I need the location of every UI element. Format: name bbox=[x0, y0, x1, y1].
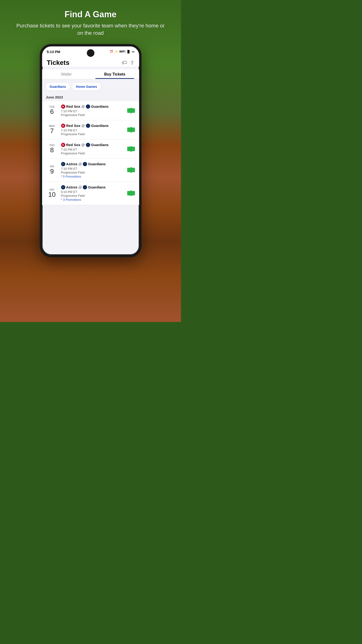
game-row[interactable]: THU 8 B Red Sox @ C Guardians 7:10 PM ET… bbox=[42, 140, 139, 159]
hero-section: Find A Game Purchase tickets to see your… bbox=[0, 0, 181, 44]
away-team-logo: B bbox=[61, 124, 65, 128]
hero-subtitle: Purchase tickets to see your favorite te… bbox=[14, 22, 167, 37]
home-team-logo: C bbox=[86, 104, 90, 109]
home-team-name: Guardians bbox=[91, 143, 109, 147]
tab-buy-tickets[interactable]: Buy Tickets bbox=[91, 69, 139, 79]
game-info: B Red Sox @ C Guardians 7:10 PM ET Progr… bbox=[61, 124, 127, 136]
at-sign: @ bbox=[78, 185, 82, 189]
away-team-name: Astros bbox=[66, 185, 78, 189]
hero-title: Find A Game bbox=[14, 10, 167, 20]
game-day-label: SAT bbox=[46, 188, 58, 191]
away-team-logo: B bbox=[61, 104, 65, 109]
status-icons: ⏰ ⚡ WiFi ▐▌ ▭ bbox=[110, 50, 134, 53]
home-team-logo: C bbox=[86, 124, 90, 128]
game-venue: Progressive Field bbox=[61, 194, 127, 198]
away-team-logo: H bbox=[61, 162, 65, 166]
app-title: Tickets bbox=[47, 59, 69, 66]
share-icon[interactable]: ⇪ bbox=[130, 60, 134, 66]
status-time: 5:13 PM bbox=[47, 50, 60, 54]
game-day-num: 6 bbox=[46, 108, 58, 116]
game-date: WED 7 bbox=[46, 124, 58, 135]
game-promotions: * 5 Promotions bbox=[61, 175, 127, 178]
filter-home-games[interactable]: Home Games bbox=[72, 83, 101, 90]
filters-section: Guardians Home Games bbox=[42, 79, 139, 93]
game-venue: Progressive Field bbox=[61, 113, 127, 117]
header-icons: 🏷 ⇪ bbox=[122, 60, 134, 66]
away-team-logo: H bbox=[61, 185, 65, 190]
tab-wallet[interactable]: Wallet bbox=[42, 69, 91, 79]
home-team-logo: C bbox=[83, 185, 87, 190]
home-team-name: Guardians bbox=[91, 124, 109, 128]
game-matchup: B Red Sox @ C Guardians bbox=[61, 104, 127, 109]
game-venue: Progressive Field bbox=[61, 132, 127, 136]
game-time: 7:10 PM ET bbox=[61, 110, 127, 113]
game-matchup: B Red Sox @ C Guardians bbox=[61, 143, 127, 147]
games-list: TUE 6 B Red Sox @ C Guardians 7:10 PM ET… bbox=[42, 101, 139, 205]
game-date: SAT 10 bbox=[46, 188, 58, 198]
phone-device: 5:13 PM ⏰ ⚡ WiFi ▐▌ ▭ Tickets 🏷 ⇪ Wallet bbox=[40, 44, 141, 257]
game-row[interactable]: SAT 10 H Astros @ C Guardians 6:10 PM ET… bbox=[42, 182, 139, 205]
game-day-num: 7 bbox=[46, 128, 58, 135]
away-team-name: Red Sox bbox=[66, 104, 80, 108]
game-day-num: 10 bbox=[46, 191, 58, 198]
game-time: 7:10 PM ET bbox=[61, 128, 127, 132]
away-team-logo: B bbox=[61, 143, 65, 147]
at-sign: @ bbox=[81, 143, 85, 147]
game-venue: Progressive Field bbox=[61, 171, 127, 174]
away-team-name: Red Sox bbox=[66, 143, 80, 147]
game-date: FRI 9 bbox=[46, 165, 58, 175]
home-team-logo: C bbox=[86, 143, 90, 147]
month-header: June 2023 bbox=[42, 93, 139, 101]
home-team-name: Guardians bbox=[91, 104, 109, 108]
at-sign: @ bbox=[81, 124, 85, 128]
game-venue: Progressive Field bbox=[61, 152, 127, 155]
phone-notch bbox=[87, 49, 94, 57]
at-sign: @ bbox=[78, 162, 82, 166]
away-team-name: Red Sox bbox=[66, 124, 80, 128]
game-date: THU 8 bbox=[46, 144, 58, 154]
home-team-logo: C bbox=[83, 162, 87, 166]
game-info: B Red Sox @ C Guardians 7:10 PM ET Progr… bbox=[61, 143, 127, 155]
ticket-icon[interactable] bbox=[127, 126, 135, 133]
app-header: Tickets 🏷 ⇪ bbox=[42, 55, 139, 66]
tags-icon[interactable]: 🏷 bbox=[122, 60, 127, 66]
game-row[interactable]: TUE 6 B Red Sox @ C Guardians 7:10 PM ET… bbox=[42, 101, 139, 120]
ticket-icon[interactable] bbox=[127, 190, 135, 197]
home-team-name: Guardians bbox=[88, 185, 105, 189]
signal-icon: ▐▌ bbox=[126, 50, 130, 53]
game-row[interactable]: WED 7 B Red Sox @ C Guardians 7:10 PM ET… bbox=[42, 120, 139, 140]
game-time: 6:10 PM ET bbox=[61, 190, 127, 194]
bluetooth-icon: ⚡ bbox=[114, 50, 118, 53]
game-day-num: 8 bbox=[46, 146, 58, 154]
game-matchup: H Astros @ C Guardians bbox=[61, 185, 127, 190]
ticket-icon[interactable] bbox=[127, 145, 135, 152]
wifi-icon: WiFi bbox=[119, 50, 125, 53]
game-promotions: * 3 Promotions bbox=[61, 198, 127, 202]
at-sign: @ bbox=[81, 104, 85, 108]
game-info: H Astros @ C Guardians 7:10 PM ET Progre… bbox=[61, 162, 127, 178]
filter-guardians[interactable]: Guardians bbox=[46, 83, 70, 90]
phone-wrapper: 5:13 PM ⏰ ⚡ WiFi ▐▌ ▭ Tickets 🏷 ⇪ Wallet bbox=[0, 44, 181, 266]
game-matchup: H Astros @ C Guardians bbox=[61, 162, 127, 166]
game-row[interactable]: FRI 9 H Astros @ C Guardians 7:10 PM ET … bbox=[42, 159, 139, 182]
game-day-num: 9 bbox=[46, 168, 58, 175]
game-date: TUE 6 bbox=[46, 105, 58, 116]
ticket-icon[interactable] bbox=[127, 107, 135, 114]
ticket-icon[interactable] bbox=[127, 166, 135, 174]
game-day-label: FRI bbox=[46, 165, 58, 168]
battery-icon: ▭ bbox=[132, 50, 134, 53]
tabs-container: Wallet Buy Tickets bbox=[42, 69, 139, 79]
home-team-name: Guardians bbox=[88, 162, 105, 166]
away-team-name: Astros bbox=[66, 162, 78, 166]
game-matchup: B Red Sox @ C Guardians bbox=[61, 124, 127, 128]
game-info: H Astros @ C Guardians 6:10 PM ET Progre… bbox=[61, 185, 127, 202]
game-time: 7:10 PM ET bbox=[61, 148, 127, 151]
game-time: 7:10 PM ET bbox=[61, 167, 127, 170]
alarm-icon: ⏰ bbox=[110, 50, 113, 53]
game-info: B Red Sox @ C Guardians 7:10 PM ET Progr… bbox=[61, 104, 127, 117]
